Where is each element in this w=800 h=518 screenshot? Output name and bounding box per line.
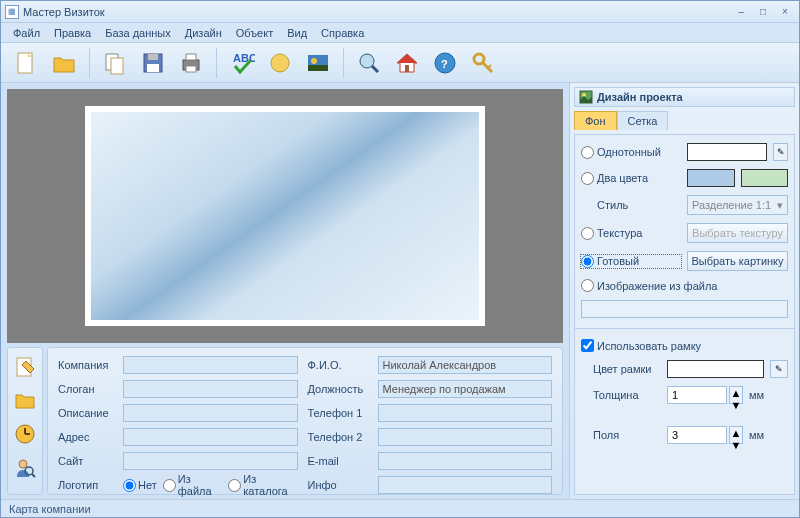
menubar: Файл Правка База данных Дизайн Объект Ви… — [1, 23, 799, 43]
frame-color-swatch[interactable] — [667, 360, 764, 378]
solid-color-swatch[interactable] — [687, 143, 767, 161]
email-label: E-mail — [308, 455, 368, 467]
window-title: Мастер Визиток — [23, 6, 729, 18]
home-button[interactable] — [390, 46, 424, 80]
preset-option[interactable]: Готовый — [581, 255, 681, 268]
slogan-input[interactable] — [123, 380, 298, 398]
twocolor-option[interactable]: Два цвета — [581, 172, 681, 185]
info-input[interactable] — [378, 476, 553, 494]
address-input[interactable] — [123, 428, 298, 446]
menu-file[interactable]: Файл — [7, 25, 46, 41]
logo-file-radio[interactable] — [163, 479, 176, 492]
site-input[interactable] — [123, 452, 298, 470]
address-label: Адрес — [58, 431, 113, 443]
divider — [575, 328, 794, 329]
user-search-tool-icon[interactable] — [11, 454, 39, 482]
minimize-button[interactable]: – — [731, 5, 751, 19]
texture-button[interactable]: Выбрать текстуру — [687, 223, 788, 243]
logo-catalog-option[interactable]: Из каталога — [228, 473, 297, 497]
svg-point-14 — [360, 54, 374, 68]
margin-spin-buttons[interactable]: ▲▼ — [729, 426, 743, 444]
use-frame-checkbox[interactable] — [581, 339, 594, 352]
preset-radio[interactable] — [581, 255, 594, 268]
menu-database[interactable]: База данных — [99, 25, 177, 41]
spellcheck-button[interactable]: ABC — [225, 46, 259, 80]
right-panel: Дизайн проекта Фон Сетка Однотонный ✎ Дв… — [569, 83, 799, 499]
chevron-down-icon: ▾ — [777, 199, 783, 212]
twocolor-radio[interactable] — [581, 172, 594, 185]
svg-line-20 — [482, 62, 492, 72]
slogan-label: Слоган — [58, 383, 113, 395]
desc-input[interactable] — [123, 404, 298, 422]
save-button[interactable] — [136, 46, 170, 80]
thickness-spin-buttons[interactable]: ▲▼ — [729, 386, 743, 404]
margin-input[interactable] — [667, 426, 727, 444]
email-input[interactable] — [378, 452, 553, 470]
fromfile-radio[interactable] — [581, 279, 594, 292]
svg-rect-2 — [111, 58, 123, 74]
separator — [343, 48, 344, 78]
phone1-input[interactable] — [378, 404, 553, 422]
add-shape-button[interactable] — [263, 46, 297, 80]
logo-label: Логотип — [58, 479, 113, 491]
help-button[interactable]: ? — [428, 46, 462, 80]
canvas-area[interactable] — [7, 89, 563, 343]
phone2-input[interactable] — [378, 428, 553, 446]
margin-spinner[interactable]: ▲▼ — [667, 426, 743, 444]
app-window: ▦ Мастер Визиток – □ × Файл Правка База … — [0, 0, 800, 518]
maximize-button[interactable]: □ — [753, 5, 773, 19]
frame-color-picker-icon[interactable]: ✎ — [770, 360, 788, 378]
logo-none-radio[interactable] — [123, 479, 136, 492]
clock-tool-icon[interactable] — [11, 420, 39, 448]
add-image-button[interactable] — [301, 46, 335, 80]
solid-radio[interactable] — [581, 146, 594, 159]
menu-view[interactable]: Вид — [281, 25, 313, 41]
new-button[interactable] — [9, 46, 43, 80]
fio-input[interactable] — [378, 356, 553, 374]
color1-swatch[interactable] — [687, 169, 735, 187]
svg-rect-8 — [186, 66, 196, 72]
thickness-spinner[interactable]: ▲▼ — [667, 386, 743, 404]
zoom-button[interactable] — [352, 46, 386, 80]
frame-color-label: Цвет рамки — [581, 363, 661, 375]
fromfile-path-input[interactable] — [581, 300, 788, 318]
color2-swatch[interactable] — [741, 169, 789, 187]
company-input[interactable] — [123, 356, 298, 374]
key-button[interactable] — [466, 46, 500, 80]
copy-button[interactable] — [98, 46, 132, 80]
logo-catalog-radio[interactable] — [228, 479, 241, 492]
menu-design[interactable]: Дизайн — [179, 25, 228, 41]
print-button[interactable] — [174, 46, 208, 80]
solid-option[interactable]: Однотонный — [581, 146, 681, 159]
card-preview[interactable] — [85, 106, 485, 326]
style-select[interactable]: Разделение 1:1▾ — [687, 195, 788, 215]
edit-tool-icon[interactable] — [11, 352, 39, 380]
tab-grid[interactable]: Сетка — [617, 111, 669, 130]
close-button[interactable]: × — [775, 5, 795, 19]
texture-option[interactable]: Текстура — [581, 227, 681, 240]
menu-object[interactable]: Объект — [230, 25, 279, 41]
thickness-input[interactable] — [667, 386, 727, 404]
logo-file-option[interactable]: Из файла — [163, 473, 222, 497]
bottom-panel: Компания Ф.И.О. Слоган Должность Описани… — [7, 347, 563, 495]
solid-color-picker-icon[interactable]: ✎ — [773, 143, 788, 161]
svg-rect-7 — [186, 54, 196, 60]
menu-edit[interactable]: Правка — [48, 25, 97, 41]
texture-radio[interactable] — [581, 227, 594, 240]
svg-rect-16 — [405, 65, 409, 72]
folder-tool-icon[interactable] — [11, 386, 39, 414]
logo-options: Нет Из файла Из каталога — [123, 473, 298, 497]
main-area: Компания Ф.И.О. Слоган Должность Описани… — [1, 83, 799, 499]
tab-background[interactable]: Фон — [574, 111, 617, 130]
svg-line-15 — [372, 66, 378, 72]
form-fields: Компания Ф.И.О. Слоган Должность Описани… — [47, 347, 563, 495]
fio-label: Ф.И.О. — [308, 359, 368, 371]
logo-none-option[interactable]: Нет — [123, 479, 157, 492]
menu-help[interactable]: Справка — [315, 25, 370, 41]
preset-button[interactable]: Выбрать картинку — [687, 251, 788, 271]
fromfile-option[interactable]: Изображение из файла — [581, 279, 788, 292]
position-input[interactable] — [378, 380, 553, 398]
open-button[interactable] — [47, 46, 81, 80]
use-frame-option[interactable]: Использовать рамку — [581, 339, 788, 352]
svg-rect-12 — [308, 65, 328, 71]
